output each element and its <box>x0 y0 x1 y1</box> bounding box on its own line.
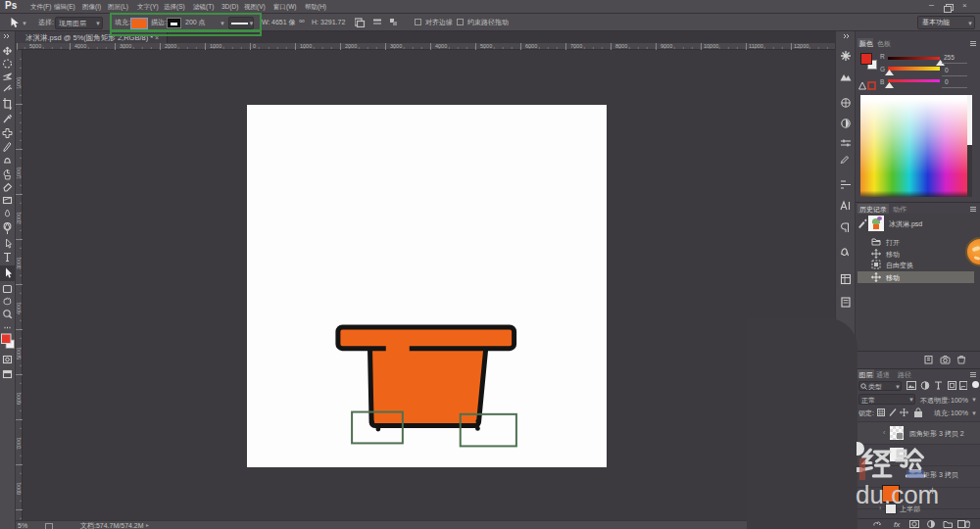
svg-text:1000: 1000 <box>16 168 22 179</box>
svg-text:3000: 3000 <box>16 258 22 269</box>
svg-text:4000: 4000 <box>16 303 22 314</box>
svg-text:7000: 7000 <box>16 438 22 450</box>
svg-text:2000: 2000 <box>16 213 22 224</box>
svg-text:1000: 1000 <box>16 77 22 89</box>
svg-text:5000: 5000 <box>16 348 22 360</box>
svg-text:6000: 6000 <box>16 393 22 405</box>
svg-text:8000: 8000 <box>16 483 22 495</box>
svg-text:fx: fx <box>894 520 901 528</box>
